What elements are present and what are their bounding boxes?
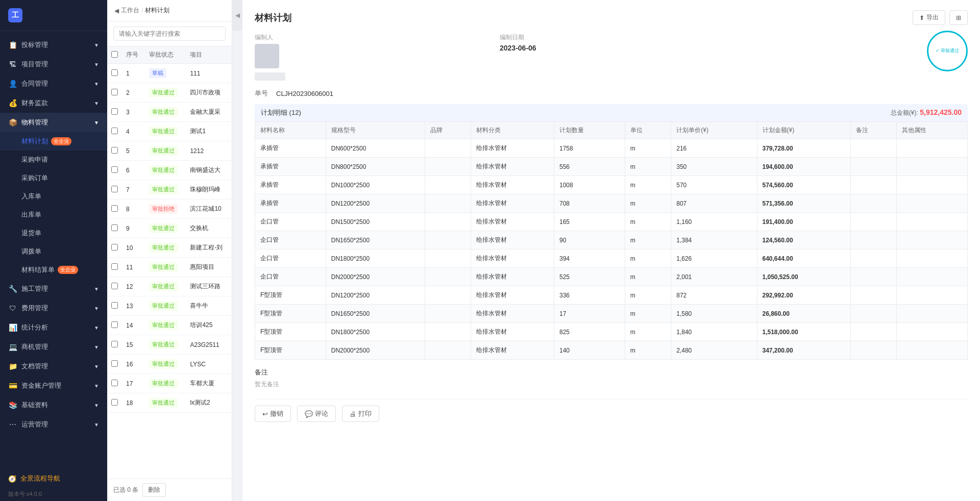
row-checkbox[interactable] — [111, 166, 118, 173]
unit-price: 872 — [671, 286, 757, 305]
row-project: 测试三环路 — [186, 277, 232, 296]
row-checkbox[interactable] — [111, 128, 118, 134]
detail-title: 材料计划 — [255, 12, 291, 24]
row-checkbox[interactable] — [111, 263, 118, 270]
sidebar-item-inbound[interactable]: 入库单 — [0, 187, 107, 206]
col-remark: 备注 — [850, 122, 896, 139]
row-checkbox[interactable] — [111, 283, 118, 289]
row-checkbox[interactable] — [111, 69, 118, 76]
row-checkbox[interactable] — [111, 244, 118, 251]
sidebar-item-material-settle[interactable]: 材料结算单 全企业 — [0, 261, 107, 279]
remark — [850, 341, 896, 360]
category: 给排水管材 — [471, 231, 554, 249]
sidebar-item-account[interactable]: 💳 资金账户管理 ▼ — [0, 376, 107, 395]
list-item[interactable]: 16 审批通过 LYSC — [107, 355, 232, 374]
sidebar-item-stats[interactable]: 📊 统计分析 ▼ — [0, 318, 107, 337]
breadcrumb-current: 材料计划 — [145, 6, 169, 15]
sidebar-item-computer[interactable]: 💻 商机管理 ▼ — [0, 337, 107, 357]
list-item[interactable]: 14 审批通过 培训425 — [107, 316, 232, 335]
list-item[interactable]: 7 审批通过 珠穆朗玛峰 — [107, 180, 232, 199]
list-item[interactable]: 9 审批通过 交换机 — [107, 219, 232, 238]
sidebar-item-finance[interactable]: 💰 财务监款 ▼ — [0, 93, 107, 113]
sidebar-item-project[interactable]: 🏗 项目管理 ▼ — [0, 55, 107, 74]
unit-price: 1,384 — [671, 231, 757, 249]
list-item[interactable]: 15 审批通过 A23G2511 — [107, 335, 232, 355]
breadcrumb-back-icon[interactable]: ◀ — [114, 7, 119, 14]
nav-guide[interactable]: 🧭 全景流程导航 — [0, 470, 107, 487]
row-project: 喜牛牛 — [186, 296, 232, 316]
bottom-actions: ↩ 撤销 💬 评论 🖨 打印 — [255, 399, 968, 422]
row-checkbox[interactable] — [111, 186, 118, 192]
sidebar-item-expense[interactable]: 🛡 费用管理 ▼ — [0, 298, 107, 318]
chevron-down-icon: ▼ — [94, 325, 99, 331]
row-checkbox[interactable] — [111, 399, 118, 406]
list-item[interactable]: 1 草稿 111 — [107, 64, 232, 83]
unit-price: 1,160 — [671, 213, 757, 231]
list-item[interactable]: 13 审批通过 喜牛牛 — [107, 296, 232, 316]
list-item[interactable]: 2 审批通过 四川市政项 — [107, 83, 232, 103]
sidebar-item-material-plan[interactable]: 材料计划 全企业 — [0, 132, 107, 151]
row-checkbox[interactable] — [111, 147, 118, 154]
sidebar-item-base[interactable]: 📚 基础资料 ▼ — [0, 395, 107, 415]
row-checkbox[interactable] — [111, 224, 118, 231]
sidebar-item-bid[interactable]: 📋 投标管理 ▼ — [0, 35, 107, 55]
sidebar-item-return[interactable]: 退货单 — [0, 224, 107, 242]
select-all-checkbox[interactable] — [111, 51, 118, 58]
list-item[interactable]: 3 审批通过 金融大厦采 — [107, 103, 232, 122]
sidebar-item-outbound[interactable]: 出库单 — [0, 206, 107, 224]
comment-button[interactable]: 💬 评论 — [297, 406, 336, 422]
list-item[interactable]: 5 审批通过 1212 — [107, 141, 232, 161]
sidebar-item-label: 统计分析 — [21, 323, 48, 332]
row-checkbox[interactable] — [111, 360, 118, 367]
print-button[interactable]: 🖨 打印 — [342, 406, 379, 422]
sidebar-item-label: 运营管理 — [21, 420, 48, 429]
row-checkbox[interactable] — [111, 341, 118, 347]
spec: DN800*2500 — [326, 158, 425, 176]
row-no: 18 — [122, 393, 145, 413]
sidebar-item-purchase-apply[interactable]: 采购申请 — [0, 151, 107, 169]
export-button[interactable]: ⬆ 导出 — [913, 10, 945, 25]
delete-button[interactable]: 删除 — [142, 483, 166, 497]
sidebar-item-more[interactable]: ⋯ 运营管理 ▼ — [0, 415, 107, 434]
qty: 708 — [554, 194, 625, 213]
main-area: ◀ 工作台 / 材料计划 序号 审批状态 项目 — [107, 0, 980, 501]
list-item[interactable]: 10 审批通过 新建工程-刘 — [107, 238, 232, 258]
list-item[interactable]: 12 审批通过 测试三环路 — [107, 277, 232, 296]
list-item[interactable]: 11 审批通过 惠阳项目 — [107, 258, 232, 277]
version-label: 版本号:v4.0.0 — [0, 487, 107, 501]
sidebar-item-label: 商机管理 — [21, 342, 48, 352]
cancel-button[interactable]: ↩ 撤销 — [255, 406, 291, 422]
list-item[interactable]: 17 审批通过 车都大厦 — [107, 374, 232, 393]
row-checkbox[interactable] — [111, 380, 118, 386]
row-checkbox[interactable] — [111, 321, 118, 328]
qr-button[interactable]: ⊞ — [949, 10, 968, 25]
sidebar-item-material[interactable]: 📦 物料管理 ▼ — [0, 113, 107, 132]
sidebar-item-purchase-order[interactable]: 采购订单 — [0, 169, 107, 187]
material-name: 承插管 — [255, 139, 326, 158]
list-item[interactable]: 8 审批拒绝 滨江花城10 — [107, 199, 232, 219]
row-no: 14 — [122, 316, 145, 335]
list-item[interactable]: 4 审批通过 测试1 — [107, 122, 232, 141]
list-item[interactable]: 6 审批通过 南钢盛达大 — [107, 161, 232, 180]
chevron-down-icon: ▼ — [94, 101, 99, 106]
sidebar-item-doc[interactable]: 📁 文档管理 ▼ — [0, 357, 107, 376]
category: 给排水管材 — [471, 158, 554, 176]
row-checkbox[interactable] — [111, 108, 118, 115]
row-status: 草稿 — [145, 64, 186, 83]
other — [897, 139, 968, 158]
collapse-button[interactable]: ◀ — [232, 0, 242, 31]
other — [897, 158, 968, 176]
row-checkbox[interactable] — [111, 89, 118, 95]
sidebar-item-adjust[interactable]: 调拨单 — [0, 242, 107, 261]
row-project: 滨江花城10 — [186, 199, 232, 219]
sidebar-item-contract[interactable]: 👤 合同管理 ▼ — [0, 74, 107, 93]
sidebar-item-construction[interactable]: 🔧 施工管理 ▼ — [0, 279, 107, 298]
category: 给排水管材 — [471, 176, 554, 194]
row-status: 审批通过 — [145, 258, 186, 277]
nav-guide-label: 全景流程导航 — [20, 474, 60, 483]
row-checkbox[interactable] — [111, 302, 118, 309]
row-checkbox[interactable] — [111, 205, 118, 212]
sidebar-item-label: 项目管理 — [21, 60, 48, 69]
list-item[interactable]: 18 审批通过 lx测试2 — [107, 393, 232, 413]
search-input[interactable] — [113, 27, 226, 41]
